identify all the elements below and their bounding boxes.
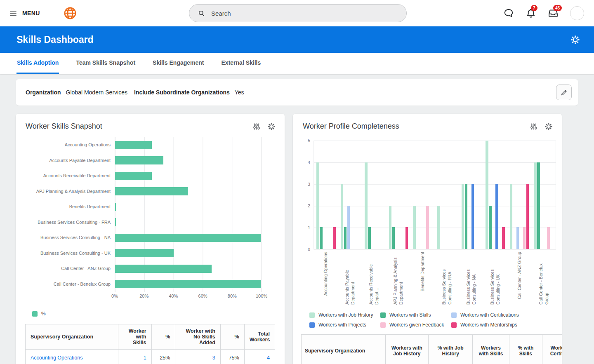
search-input[interactable] [210, 9, 398, 17]
bar-track [115, 215, 262, 230]
chart-settings-button[interactable] [267, 122, 276, 131]
bar-workers-with-projects[interactable] [471, 184, 474, 249]
legend-item-workers-with-mentorships[interactable]: Workers with Mentorships [451, 322, 522, 328]
bar-track [115, 277, 262, 292]
notifications-badge: 7 [531, 5, 537, 11]
edit-filters-button[interactable] [556, 85, 572, 100]
bar-call-center-anz-group[interactable] [115, 265, 212, 273]
bar-workers-given-feedback[interactable] [547, 227, 550, 249]
bar-workers-with-mentorships[interactable] [526, 184, 529, 249]
bar-workers-with-skills[interactable] [489, 206, 492, 249]
bar-call-center-benelux-group[interactable] [115, 280, 261, 288]
column-header-worker-with-skills[interactable]: Worker with Skills [118, 324, 152, 350]
notifications-button[interactable]: 7 [526, 8, 536, 19]
y-axis: 012345 [303, 141, 314, 249]
chart-filter-button[interactable] [252, 122, 261, 131]
bar-workers-with-skills[interactable] [368, 227, 371, 249]
y-category-label: Accounts Receivable Department [16, 173, 115, 178]
legend-label: Workers with Mentorships [460, 322, 517, 328]
bar-row: Business Services Consulting - FRA [16, 215, 262, 230]
bar-workers-given-feedback[interactable] [523, 227, 526, 249]
bar-workers-with-job-history[interactable] [486, 141, 488, 249]
bar-benefits-department[interactable] [115, 203, 116, 211]
inbox-badge: 45 [553, 5, 562, 11]
dashboard-settings-button[interactable] [570, 35, 580, 45]
bar-workers-with-projects[interactable] [495, 184, 498, 249]
column-header-with-skills[interactable]: % with Skills [509, 335, 542, 364]
chart-filter-button[interactable] [530, 122, 538, 131]
legend-item-workers-with-projects[interactable]: Workers with Projects [309, 322, 380, 328]
bar-workers-with-job-history[interactable] [316, 162, 319, 249]
cell-link[interactable]: 1 [144, 355, 146, 361]
chat-button[interactable] [503, 8, 514, 19]
cell-link[interactable]: 3 [212, 355, 215, 361]
inbox-button[interactable]: 45 [548, 8, 559, 19]
bar-workers-with-skills[interactable] [392, 227, 395, 249]
bar-accounting-operations[interactable] [115, 141, 152, 149]
column-header-workers-with-certifications[interactable]: Workers with Certifications [542, 335, 562, 364]
topbar-actions: 7 45 [503, 0, 584, 26]
bar-workers-with-job-history[interactable] [510, 184, 513, 249]
bar-workers-with-job-history[interactable] [413, 206, 416, 249]
bar-workers-with-job-history[interactable] [365, 162, 368, 249]
bar-workers-with-job-history[interactable] [389, 206, 392, 249]
gear-icon [267, 122, 276, 131]
bar-business-services-consulting-uk[interactable] [115, 249, 174, 257]
bar-workers-with-skills[interactable] [537, 162, 540, 249]
grouped-bar-chart: 012345 Accounting OperationsAccounts Pay… [293, 134, 562, 306]
column-header-workers-with-skills[interactable]: Workers with Skills [473, 335, 509, 364]
cell-link[interactable]: 4 [267, 355, 270, 361]
chart-settings-button[interactable] [544, 122, 553, 131]
bar-workers-with-mentorships[interactable] [333, 227, 336, 249]
legend-label: % [41, 311, 46, 317]
bar-group-business-services-consulting-uk [483, 141, 507, 249]
column-header-supervisory-organization[interactable]: Supervisory Organization [302, 335, 386, 364]
tab-team-skills-snapshot[interactable]: Team Skills Snapshot [75, 53, 136, 74]
bar-workers-with-certifications[interactable] [516, 227, 519, 249]
bar-workers-with-mentorships[interactable] [405, 227, 408, 249]
legend-item-workers-with-skills[interactable]: Workers with Skills [380, 312, 451, 318]
column-header-supervisory-organization[interactable]: Supervisory Organization [26, 324, 118, 350]
company-logo-icon[interactable] [63, 6, 77, 20]
pencil-icon [560, 89, 568, 96]
cell-link[interactable]: Accounting Operations [31, 355, 82, 361]
column-header-worker-with-no-skills-added[interactable]: Worker with No Skills Added [175, 324, 220, 350]
column-header-with-job-history[interactable]: % with Job History [429, 335, 473, 364]
bar-track [115, 137, 262, 153]
bar-workers-with-certifications[interactable] [347, 206, 350, 249]
column-header-workers-with-job-history[interactable]: Workers with Job History [385, 335, 428, 364]
menu-label: MENU [22, 10, 40, 16]
bar-workers-with-skills[interactable] [344, 227, 347, 249]
bar-workers-with-mentorships[interactable] [502, 227, 505, 249]
bar-workers-with-job-history[interactable] [534, 162, 537, 249]
avatar[interactable] [570, 6, 584, 20]
bar-workers-with-job-history[interactable] [341, 184, 344, 249]
legend-swatch [380, 322, 386, 328]
legend-swatch [380, 312, 386, 318]
column-header-[interactable]: % [151, 324, 175, 350]
bar-workers-with-skills[interactable] [465, 184, 468, 249]
bar-apj-planning-analysis-department[interactable] [115, 187, 188, 195]
bar-workers-with-job-history[interactable] [462, 184, 464, 249]
legend-item-workers-with-certifications[interactable]: Workers with Certifications [451, 312, 522, 318]
menu-button[interactable]: MENU [9, 9, 40, 17]
y-tick-label: 1 [308, 225, 310, 230]
bar-business-services-consulting-fra[interactable] [115, 218, 116, 226]
bar-business-services-consulting-na[interactable] [115, 234, 261, 242]
y-tick-label: 2 [308, 203, 310, 208]
legend-item-workers-with-job-history[interactable]: Workers with Job History [309, 312, 380, 318]
legend-item-workers-given-feedback[interactable]: Workers given Feedback [380, 322, 451, 328]
x-tick-label: 80% [228, 294, 237, 298]
bar-accounts-payable-department[interactable] [115, 156, 163, 164]
column-header-total-workers[interactable]: Total Workers [244, 324, 275, 350]
bar-group-benefits-department [410, 141, 435, 249]
bar-workers-given-feedback[interactable] [426, 206, 429, 249]
tab-skills-engagement[interactable]: Skills Engagement [152, 53, 204, 74]
tab-skills-adoption[interactable]: Skills Adoption [16, 53, 59, 74]
bar-workers-with-job-history[interactable] [437, 206, 440, 249]
bar-accounts-receivable-department[interactable] [115, 172, 152, 180]
global-search[interactable] [189, 4, 407, 22]
column-header-[interactable]: % [220, 324, 244, 350]
bar-workers-with-skills[interactable] [320, 227, 323, 249]
tab-external-skills[interactable]: External Skills [221, 53, 262, 74]
